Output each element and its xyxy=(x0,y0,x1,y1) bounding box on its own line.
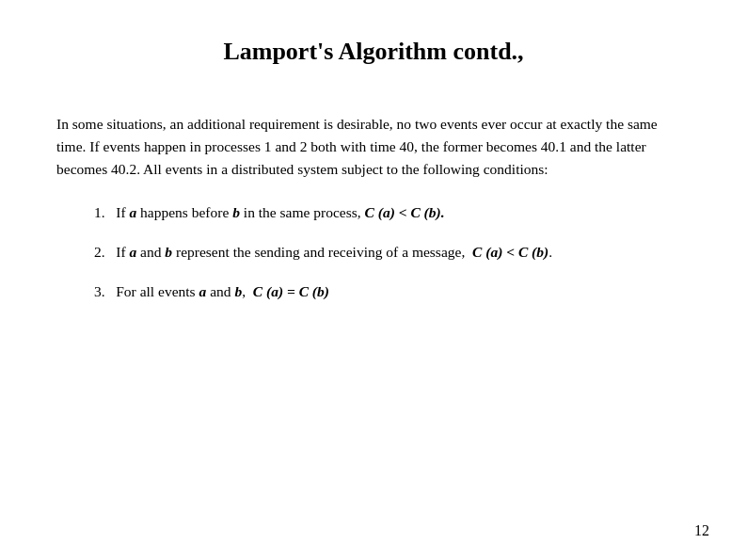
list-item: 1. If a happens before b in the same pro… xyxy=(94,201,691,224)
item-number: 1. xyxy=(94,204,112,220)
condition-2-text: If a and b represent the sending and rec… xyxy=(116,244,552,260)
slide-title: Lamport's Algorithm contd., xyxy=(56,38,691,66)
item-number: 3. xyxy=(94,283,112,299)
condition-3-text: For all events a and b, C (a) = C (b) xyxy=(116,283,329,299)
list-item: 2. If a and b represent the sending and … xyxy=(94,241,691,264)
page-number: 12 xyxy=(694,522,709,539)
list-item: 3. For all events a and b, C (a) = C (b) xyxy=(94,280,691,303)
slide: Lamport's Algorithm contd., In some situ… xyxy=(0,0,747,560)
conditions-list: 1. If a happens before b in the same pro… xyxy=(94,201,691,303)
condition-1-text: If a happens before b in the same proces… xyxy=(116,204,444,220)
item-number: 2. xyxy=(94,244,112,260)
intro-paragraph: In some situations, an additional requir… xyxy=(56,113,691,181)
